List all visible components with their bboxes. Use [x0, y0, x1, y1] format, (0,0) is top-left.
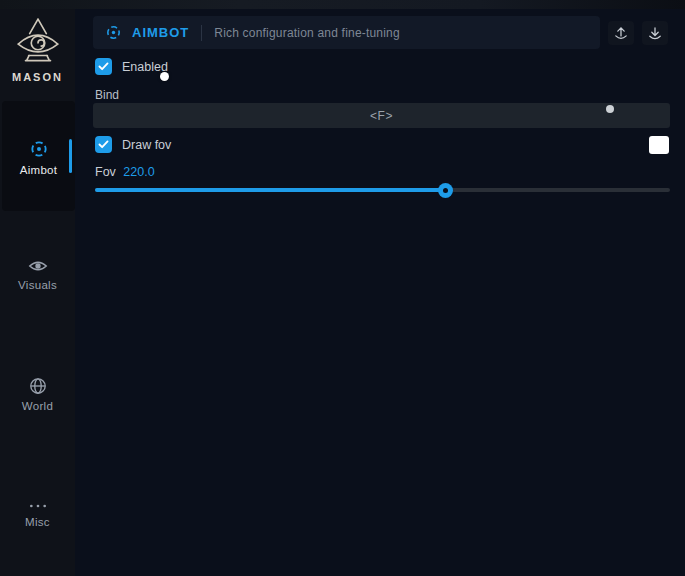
divider	[201, 25, 202, 41]
sidebar: MASON Aimbot Visuals World Misc	[0, 9, 75, 576]
enabled-row: Enabled	[95, 58, 168, 75]
globe-icon	[29, 377, 47, 395]
upload-config-button[interactable]	[608, 21, 634, 45]
sidebar-item-misc[interactable]: Misc	[0, 501, 75, 528]
bind-label: Bind	[95, 88, 119, 102]
download-config-button[interactable]	[642, 21, 668, 45]
fov-label-row: Fov 220.0	[95, 165, 155, 179]
check-icon	[98, 140, 109, 149]
enabled-checkbox[interactable]	[95, 58, 112, 75]
particle-dot	[606, 105, 614, 113]
eye-icon	[28, 258, 48, 274]
enabled-label: Enabled	[122, 60, 168, 74]
masonic-eye-pyramid-icon	[14, 17, 62, 69]
check-icon	[98, 62, 109, 71]
crosshair-icon	[29, 139, 49, 159]
download-tray-icon	[647, 25, 663, 42]
active-tab-indicator	[69, 139, 72, 173]
slider-thumb[interactable]	[438, 183, 453, 198]
slider-thumb-hole	[443, 188, 448, 193]
fov-slider[interactable]	[95, 181, 670, 199]
ellipsis-icon	[28, 501, 48, 511]
sidebar-item-label: World	[0, 400, 75, 412]
brand-logo: MASON	[0, 17, 75, 83]
mouse-cursor-dot	[160, 72, 169, 81]
draw-fov-checkbox[interactable]	[95, 136, 112, 153]
crosshair-icon	[105, 24, 122, 41]
window-top-strip	[0, 0, 685, 9]
draw-fov-row: Draw fov	[95, 136, 171, 153]
bind-key-value: <F>	[370, 109, 393, 123]
section-header: AIMBOT Rich configuration and fine-tunin…	[93, 16, 600, 49]
sidebar-item-aimbot[interactable]: Aimbot	[2, 101, 75, 211]
brand-name: MASON	[0, 71, 75, 83]
upload-tray-icon	[613, 25, 629, 42]
page-title: AIMBOT	[132, 25, 189, 40]
fov-value: 220.0	[123, 165, 154, 179]
sidebar-item-label: Misc	[0, 516, 75, 528]
draw-fov-label: Draw fov	[122, 138, 171, 152]
page-subtitle: Rich configuration and fine-tuning	[214, 26, 400, 40]
fov-color-swatch[interactable]	[649, 136, 669, 154]
bind-key-field[interactable]: <F>	[93, 103, 670, 128]
sidebar-item-visuals[interactable]: Visuals	[0, 258, 75, 291]
sidebar-item-world[interactable]: World	[0, 377, 75, 412]
sidebar-item-label: Visuals	[0, 279, 75, 291]
main-content: AIMBOT Rich configuration and fine-tunin…	[75, 9, 685, 576]
slider-fill	[95, 188, 445, 192]
sidebar-item-label: Aimbot	[2, 164, 75, 176]
fov-label: Fov	[95, 165, 116, 179]
